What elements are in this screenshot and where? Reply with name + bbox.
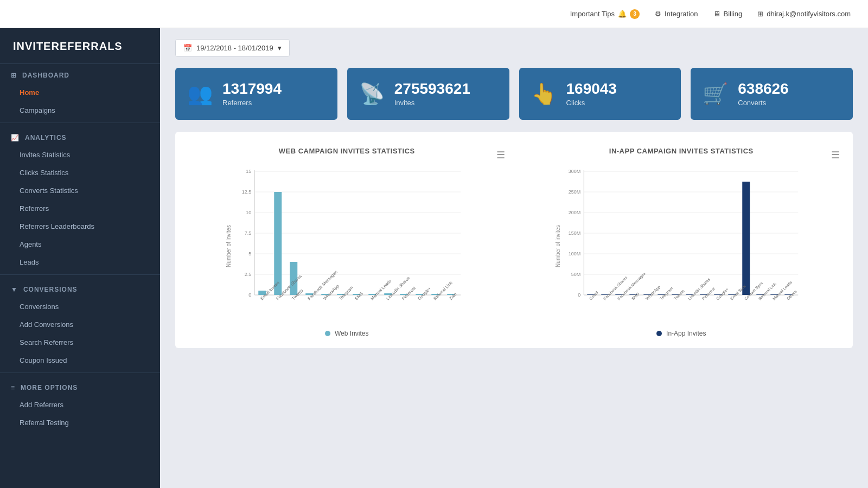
xlabel-pinterest: Pinterest	[401, 285, 417, 301]
web-chart-svg-wrap: Number of invites 0 2.5 5	[188, 165, 506, 324]
ytick-125: 12.5	[242, 189, 252, 195]
inapp-chart-legend: In-App Invites	[523, 330, 840, 337]
divider-1	[0, 123, 160, 123]
inapp-xlabel-google: Google+	[715, 286, 730, 301]
sidebar-item-campaigns[interactable]: Campaigns	[0, 101, 160, 119]
inapp-ytick-250m: 250M	[568, 189, 580, 195]
sidebar-section-analytics[interactable]: 📈 ANALYTICS	[0, 126, 160, 146]
inapp-legend-dot	[656, 331, 662, 336]
top-bar: Important Tips 🔔 3 ⚙ Integration 🖥 Billi…	[0, 0, 868, 28]
sidebar-item-conversions[interactable]: Conversions	[0, 298, 160, 316]
ytick-75: 7.5	[245, 230, 252, 236]
stat-number-invites: 275593621	[394, 81, 470, 98]
stat-label-invites: Invites	[394, 99, 470, 107]
tips-label: Important Tips	[570, 10, 615, 18]
main-content: 📅 19/12/2018 - 18/01/2019 ▾ 👥 1317994 Re…	[160, 28, 868, 488]
sidebar-item-add-referrers[interactable]: Add Referrers	[0, 396, 160, 414]
sidebar-item-invites-statistics[interactable]: Invites Statistics	[0, 146, 160, 164]
integration-link[interactable]: ⚙ Integration	[655, 10, 698, 18]
stat-label-referrers: Referrers	[222, 99, 282, 107]
sidebar-item-leads[interactable]: Leads	[0, 253, 160, 271]
inapp-ytick-200m: 200M	[568, 210, 580, 215]
inapp-xlabel-pinterest: Pinterest	[701, 286, 716, 301]
stat-icon-invites: 📡	[359, 82, 385, 106]
ytick-15: 15	[246, 169, 251, 174]
inapp-xlabel-whatsapp: WhatsApp	[644, 284, 661, 301]
sidebar-section-more-options[interactable]: ≡ MORE OPTIONS	[0, 376, 160, 396]
bar-facebook-shares	[274, 192, 282, 295]
sidebar-section-dashboard[interactable]: ⊞ DASHBOARD	[0, 64, 160, 84]
web-chart-legend: Web Invites	[188, 330, 506, 337]
inapp-campaign-chart: IN-APP CAMPAIGN INVITES STATISTICS ☰ Num…	[523, 147, 840, 337]
charts-section: WEB CAMPAIGN INVITES STATISTICS ☰ Number…	[175, 132, 853, 348]
stat-icon-referrers: 👥	[187, 82, 213, 106]
ytick-10: 10	[246, 210, 251, 215]
inapp-legend-label: In-App Invites	[666, 330, 706, 337]
xlabel-google: Google+	[417, 286, 432, 301]
xlabel-zalo: Zalo	[448, 291, 458, 301]
inapp-ytick-0: 0	[578, 292, 580, 298]
inapp-y-axis-label: Number of invites	[555, 225, 561, 267]
ytick-5: 5	[248, 251, 251, 256]
sidebar: InviteReferrals ⊞ DASHBOARD Home Campaig…	[0, 28, 160, 488]
sidebar-item-referral-testing[interactable]: Referral Testing	[0, 414, 160, 432]
stat-icon-clicks: 👆	[531, 82, 557, 106]
chevron-down-icon: ▾	[278, 44, 282, 52]
stat-label-converts: Converts	[738, 99, 788, 107]
inapp-chart-svg: Number of invites 0 50M 100M 150M 200M	[523, 165, 840, 322]
stats-row: 👥 1317994 Referrers 📡 275593621 Invites …	[175, 68, 853, 120]
web-y-axis-label: Number of invites	[226, 225, 232, 267]
sidebar-item-clicks-statistics[interactable]: Clicks Statistics	[0, 164, 160, 182]
inapp-ytick-150m: 150M	[568, 230, 580, 236]
sidebar-item-referrers-leaderboards[interactable]: Referrers Leaderboards	[0, 217, 160, 235]
sidebar-item-home[interactable]: Home	[0, 84, 160, 101]
web-chart-title: WEB CAMPAIGN INVITES STATISTICS	[215, 147, 479, 155]
web-chart-menu[interactable]: ☰	[496, 149, 505, 161]
sidebar-item-converts-statistics[interactable]: Converts Statistics	[0, 182, 160, 200]
inapp-chart-menu[interactable]: ☰	[831, 149, 840, 161]
web-campaign-chart: WEB CAMPAIGN INVITES STATISTICS ☰ Number…	[188, 147, 506, 337]
sidebar-item-add-conversions[interactable]: Add Conversions	[0, 316, 160, 333]
inapp-chart-title: IN-APP CAMPAIGN INVITES STATISTICS	[549, 147, 813, 155]
filter-icon: ▼	[11, 286, 18, 293]
dashboard-icon: ⊞	[11, 72, 17, 79]
divider-2	[0, 274, 160, 275]
sidebar-item-agents[interactable]: Agents	[0, 235, 160, 253]
gear-icon: ⚙	[655, 10, 661, 18]
divider-3	[0, 373, 160, 373]
ytick-25: 2.5	[245, 272, 252, 277]
logo-text: InviteReferrals	[13, 40, 147, 53]
menu-icon: ≡	[11, 384, 15, 391]
sidebar-item-referrers[interactable]: Referrers	[0, 200, 160, 217]
inapp-bar-contact-sync	[742, 182, 750, 295]
stat-label-clicks: Clicks	[566, 99, 617, 107]
ytick-0: 0	[248, 292, 251, 298]
billing-link[interactable]: 🖥 Billing	[713, 10, 743, 18]
sidebar-item-search-referrers[interactable]: Search Referrers	[0, 333, 160, 351]
inapp-xlabel-sms: SMS	[630, 291, 640, 301]
bell-icon: 🔔	[618, 10, 627, 18]
date-filter[interactable]: 📅 19/12/2018 - 18/01/2019 ▾	[175, 39, 290, 57]
sidebar-item-coupon-issued[interactable]: Coupon Issued	[0, 351, 160, 369]
stat-card-clicks: 👆 169043 Clicks	[519, 68, 681, 120]
date-range-label: 19/12/2018 - 18/01/2019	[196, 44, 273, 52]
inapp-chart-svg-wrap: Number of invites 0 50M 100M 150M 200M	[523, 165, 840, 324]
stat-card-converts: 🛒 638626 Converts	[691, 68, 853, 120]
xlabel-sms: SMS	[354, 291, 364, 301]
inapp-ytick-50m: 50M	[571, 272, 580, 277]
web-legend-label: Web Invites	[335, 330, 368, 337]
web-chart-svg: Number of invites 0 2.5 5	[188, 165, 506, 322]
billing-icon: 🖥	[713, 10, 720, 18]
user-menu[interactable]: ⊞ dhiraj.k@notifyvisitors.com	[757, 10, 851, 18]
inapp-ytick-300m: 300M	[568, 169, 580, 174]
inapp-xlabel-fb-shares: Facebook Shares	[602, 275, 628, 301]
calendar-icon: 📅	[183, 44, 192, 52]
grid-icon: ⊞	[757, 10, 763, 18]
stat-card-referrers: 👥 1317994 Referrers	[175, 68, 337, 120]
important-tips[interactable]: Important Tips 🔔 3	[570, 9, 640, 19]
sidebar-section-conversions[interactable]: ▼ CONVERSIONS	[0, 278, 160, 298]
analytics-icon: 📈	[11, 134, 20, 142]
inapp-xlabel-gmail: Gmail	[588, 290, 599, 301]
sidebar-logo: InviteReferrals	[0, 28, 160, 64]
stat-card-invites: 📡 275593621 Invites	[347, 68, 509, 120]
